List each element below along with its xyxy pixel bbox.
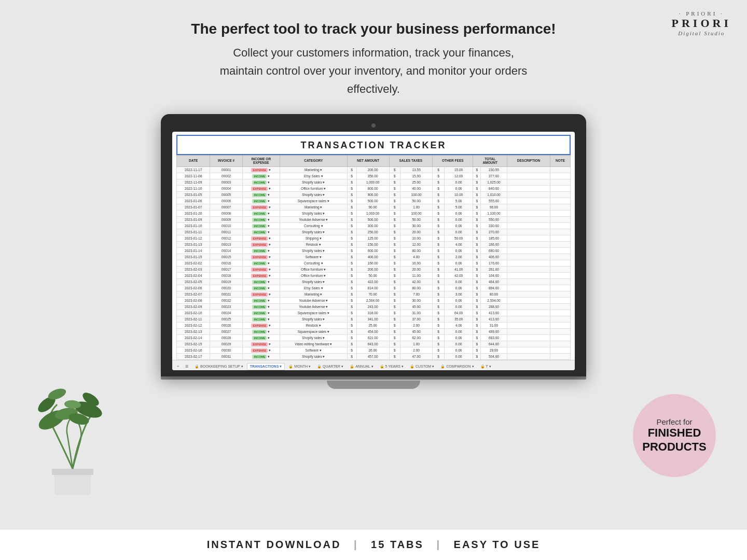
tab-item[interactable]: 🔒QUARTER ▾	[314, 363, 346, 370]
cell-category: Marketing ▾	[280, 167, 347, 173]
cell-type: INCOME ▾	[242, 192, 280, 198]
cell-category: Shopify sales ▾	[280, 248, 347, 254]
cell-tax-sym: $	[389, 316, 400, 323]
cell-tax-sym: $	[389, 198, 400, 204]
cell-date: 2023-01-11	[177, 229, 210, 235]
header-subtitle: Collect your customers information, trac…	[104, 44, 643, 99]
cell-fee-sym: $	[433, 304, 445, 310]
cell-total-val: 261.00	[480, 267, 507, 273]
cell-net-sym: $	[347, 223, 356, 229]
cell-fee-sym: $	[433, 291, 445, 298]
cell-desc	[507, 310, 550, 316]
svg-rect-1	[52, 469, 93, 475]
brand-name: PRIORI	[672, 17, 731, 30]
tab-item[interactable]: 🔒BOOKKEEPING SETUP ▾	[192, 363, 246, 370]
tab-item[interactable]: ☰	[183, 363, 191, 370]
tab-item[interactable]: 🔒5 YEARS ▾	[377, 363, 406, 370]
cell-note	[550, 186, 571, 192]
tab-item[interactable]: 🔒MONTH ▾	[286, 363, 313, 370]
cell-total-val: 894.00	[480, 285, 507, 291]
tab-label: QUARTER	[323, 365, 340, 368]
cell-category: Shopify sales ▾	[280, 279, 347, 285]
cell-date: 2023-01-06	[177, 198, 210, 204]
cell-invoice: 00002	[210, 173, 243, 179]
cell-date: 2023-01-14	[177, 248, 210, 254]
tab-item[interactable]: TRANSACTIONS ▾	[247, 363, 285, 370]
cell-fee-val: 4.00	[444, 323, 473, 329]
cell-fee-val: 10.00	[444, 192, 473, 198]
tab-item[interactable]: 🔒ANNUAL ▾	[347, 363, 376, 370]
cell-type: INCOME ▾	[242, 179, 280, 186]
col-invoice: INVOICE #	[210, 155, 243, 167]
cell-invoice: 00025	[210, 316, 243, 323]
col-tax: SALES TAXES	[389, 155, 433, 167]
cell-fee-sym: $	[433, 267, 445, 273]
cell-invoice: 00003	[210, 179, 243, 186]
cell-type: EXPENSE ▾	[242, 267, 280, 273]
tab-item[interactable]: 🔒COMPARISON ▾	[438, 363, 476, 370]
cell-desc	[507, 323, 550, 329]
cell-net-val: 814.00	[356, 285, 389, 291]
cell-fee-sym: $	[433, 260, 445, 267]
cell-invoice: 00027	[210, 329, 243, 335]
cell-fee-val: 0.00	[444, 248, 473, 254]
tab-label: BOOKKEEPING SETUP	[200, 365, 240, 368]
cell-fee-sym: $	[433, 341, 445, 347]
laptop-screen: TRANSACTION TRACKER DATE INVOICE # INCOM…	[172, 132, 575, 370]
cell-net-sym: $	[347, 173, 356, 179]
cell-type: INCOME ▾	[242, 335, 280, 341]
cell-category: Squarespace sales ▾	[280, 329, 347, 335]
cell-note	[550, 179, 571, 186]
brand-dots: · PRIORI ·	[672, 10, 731, 17]
cell-total-val: 406.00	[480, 254, 507, 260]
tab-item[interactable]: +	[174, 363, 182, 369]
cell-fee-val: 3.00	[444, 291, 473, 298]
cell-note	[550, 298, 571, 304]
cell-desc	[507, 291, 550, 298]
svg-rect-0	[54, 472, 91, 495]
cell-total-val: 104.00	[480, 273, 507, 279]
cell-note	[550, 285, 571, 291]
cell-fee-sym: $	[433, 223, 445, 229]
cell-net-sym: $	[347, 347, 356, 354]
tab-label: COMPARISON	[446, 365, 471, 368]
cell-tax-val: 16.00	[400, 260, 433, 267]
cell-date: 2023-01-07	[177, 204, 210, 211]
tab-label: ☰	[185, 365, 188, 369]
cell-category: Marketing ▾	[280, 291, 347, 298]
col-total: TOTALAMOUNT	[473, 155, 507, 167]
cell-net-sym: $	[347, 248, 356, 254]
footer-text: INSTANT DOWNLOAD | 15 TABS | EASY TO USE	[207, 539, 541, 551]
tab-item[interactable]: 🔒CUSTOM ▾	[407, 363, 437, 370]
cell-fee-sym: $	[433, 329, 445, 335]
cell-net-val: 1,000.00	[356, 211, 389, 217]
cell-tax-val: 4.00	[400, 254, 433, 260]
cell-note	[550, 223, 571, 229]
table-row: 2023-01-05 00005 INCOME ▾ Shopify sales …	[177, 192, 571, 198]
cell-date: 2022-11-09	[177, 179, 210, 186]
cell-category: Shopify sales ▾	[280, 354, 347, 360]
cell-net-val: 250.00	[356, 229, 389, 235]
table-row: 2023-02-16 00030 EXPENSE ▾ Software ▾ $ …	[177, 347, 571, 354]
cell-type: EXPENSE ▾	[242, 235, 280, 242]
tab-label: MONTH	[294, 365, 308, 368]
cell-type: INCOME ▾	[242, 316, 280, 323]
footer-bar: INSTANT DOWNLOAD | 15 TABS | EASY TO USE	[0, 529, 747, 560]
cell-net-sym: $	[347, 354, 356, 360]
cell-desc	[507, 341, 550, 347]
cell-date: 2023-02-09	[177, 304, 210, 310]
cell-category: Shopify sales ▾	[280, 229, 347, 235]
cell-net-val: 160.00	[356, 260, 389, 267]
table-row: 2023-02-10 00024 INCOME ▾ Squarespace sa…	[177, 310, 571, 316]
cell-net-val: 600.00	[356, 248, 389, 254]
cell-type: INCOME ▾	[242, 248, 280, 254]
col-date: DATE	[177, 155, 210, 167]
cell-total-val: 31.00	[480, 323, 507, 329]
cell-invoice: 00010	[210, 223, 243, 229]
cell-net-val: 26.00	[356, 347, 389, 354]
cell-desc	[507, 304, 550, 310]
cell-total-sym: $	[473, 273, 481, 279]
cell-net-sym: $	[347, 310, 356, 316]
tab-item[interactable]: 🔒T ▾	[478, 363, 494, 370]
cell-total-sym: $	[473, 223, 481, 229]
